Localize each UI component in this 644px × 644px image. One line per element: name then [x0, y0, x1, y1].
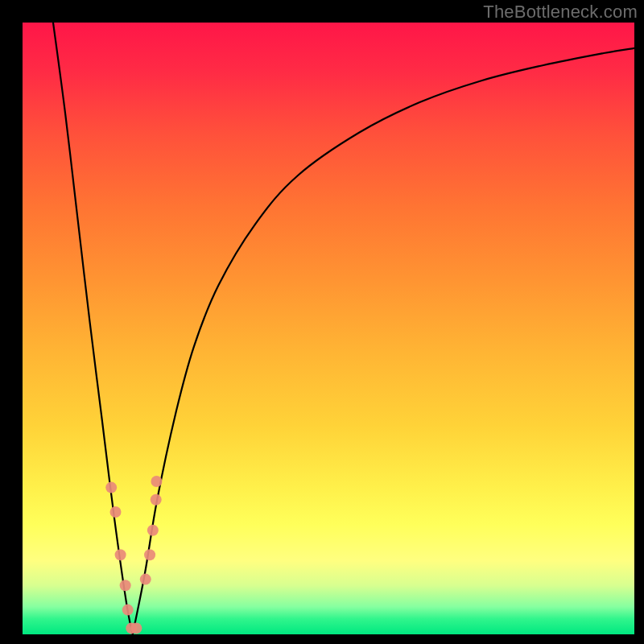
data-marker	[110, 506, 122, 518]
chart-svg	[23, 23, 634, 634]
data-marker	[140, 574, 151, 585]
data-marker	[151, 476, 162, 487]
data-marker	[147, 525, 159, 536]
data-marker	[120, 580, 131, 591]
data-marker	[130, 622, 142, 634]
right-swoop-curve	[133, 48, 634, 634]
left-swoop-curve	[53, 23, 133, 634]
data-marker	[151, 494, 162, 506]
watermark-text: TheBottleneck.com	[483, 2, 638, 23]
data-marker	[115, 549, 126, 560]
data-marker	[122, 605, 134, 616]
data-marker	[144, 549, 155, 560]
data-markers	[105, 476, 162, 634]
data-marker	[105, 482, 117, 493]
plot-frame	[23, 23, 634, 634]
